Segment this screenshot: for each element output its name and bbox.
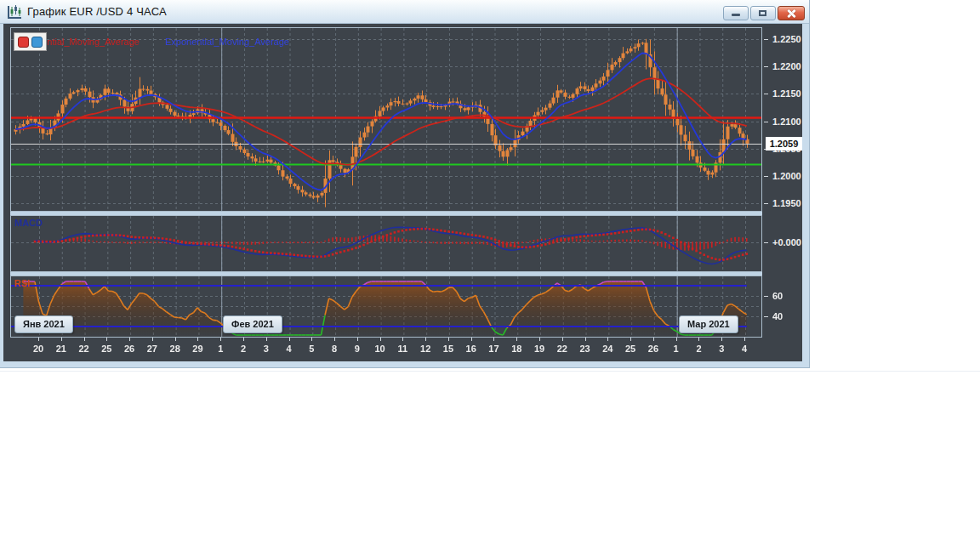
time-tick-label: 1	[218, 344, 223, 354]
indicator-chip-box	[14, 32, 47, 51]
time-tick-label: 11	[398, 344, 408, 354]
window-shadow	[0, 371, 980, 372]
time-tick-label: 12	[420, 344, 430, 354]
macd-label: MACD	[14, 218, 43, 228]
minimize-button[interactable]	[723, 6, 749, 20]
current-price-label: 1.2059	[766, 137, 802, 151]
price-tick-label: 1.1950	[772, 198, 801, 208]
price-tick-label: 1.2000	[772, 171, 801, 181]
time-tick-label: 15	[443, 344, 453, 354]
time-tick-mark	[311, 338, 312, 341]
time-tick-mark	[61, 338, 62, 341]
time-tick-mark	[516, 338, 517, 341]
chart-window: График EUR /USD 4 ЧАСА Exponential_Movin…	[0, 0, 810, 368]
price-tick-mark	[764, 122, 768, 122]
main-chart-panel: Exponential_Moving_Average Exponential_M…	[10, 27, 762, 212]
time-tick-label: 22	[78, 344, 88, 354]
price-tick-label: 1.2250	[772, 34, 801, 44]
price-tick-mark	[764, 66, 768, 67]
chart-client-area: Exponential_Moving_Average Exponential_M…	[3, 24, 802, 361]
close-button[interactable]	[778, 6, 805, 20]
month-badge: Фев 2021	[223, 315, 282, 333]
price-tick-mark	[764, 94, 768, 94]
time-tick-mark	[493, 338, 494, 341]
time-tick-label: 4	[742, 344, 747, 354]
rsi-panel: RSI Янв 2021Фев 2021Мар 2021	[10, 276, 762, 338]
time-tick-mark	[744, 338, 745, 341]
time-tick-label: 28	[170, 344, 180, 354]
price-tick-mark	[764, 39, 768, 40]
price-tick-mark	[764, 203, 768, 204]
chart-icon	[7, 4, 22, 20]
time-tick-mark	[607, 338, 608, 341]
title-bar[interactable]: График EUR /USD 4 ЧАСА	[0, 0, 809, 24]
time-tick-mark	[266, 338, 267, 341]
time-tick-mark	[402, 338, 403, 341]
ema-red-chip[interactable]	[18, 37, 29, 48]
time-tick-label: 25	[101, 344, 111, 354]
time-tick-mark	[84, 338, 85, 341]
ema-blue-chip[interactable]	[31, 37, 43, 48]
time-tick-label: 18	[511, 344, 521, 354]
time-tick-mark	[653, 338, 654, 341]
time-tick-mark	[357, 338, 358, 341]
month-badge: Мар 2021	[679, 315, 738, 333]
maximize-icon	[759, 10, 766, 16]
time-tick-mark	[698, 338, 699, 341]
time-tick-mark	[220, 338, 221, 341]
legend-ema-blue: Exponential_Moving_Average	[165, 37, 289, 47]
time-tick-label: 3	[719, 344, 724, 354]
price-tick-label: 1.2100	[772, 116, 801, 127]
time-tick-mark	[106, 338, 107, 341]
time-tick-label: 24	[602, 344, 612, 354]
time-tick-label: 29	[192, 344, 202, 354]
close-icon	[786, 9, 796, 19]
rsi-tick-label: 60	[772, 291, 783, 301]
time-tick-mark	[129, 338, 130, 341]
time-tick-mark	[562, 338, 563, 341]
time-tick-label: 27	[147, 344, 157, 354]
time-tick-label: 21	[56, 344, 66, 354]
time-tick-label: 19	[534, 344, 544, 354]
minimize-icon	[732, 14, 740, 16]
price-tick-mark	[764, 176, 768, 177]
price-axis[interactable]: 1.2059 1.22501.22001.21501.21001.20501.2…	[764, 24, 803, 342]
time-tick-label: 17	[488, 344, 499, 354]
time-tick-label: 10	[374, 344, 385, 354]
desktop: График EUR /USD 4 ЧАСА Exponential_Movin…	[0, 0, 980, 551]
macd-panel: MACD	[10, 215, 762, 272]
time-tick-mark	[152, 338, 153, 341]
time-tick-label: 2	[241, 344, 246, 354]
time-axis[interactable]: 2021222526272829123458910111215161718192…	[10, 338, 762, 359]
time-tick-mark	[630, 338, 631, 341]
month-badge: Янв 2021	[14, 315, 73, 333]
time-tick-mark	[380, 338, 381, 341]
rsi-label: RSI	[14, 278, 30, 288]
time-tick-mark	[585, 338, 586, 341]
rsi-tick-mark	[764, 296, 768, 297]
macd-tick-mark	[764, 242, 768, 243]
macd-axis-label: +0.000	[772, 237, 801, 247]
time-tick-mark	[289, 338, 290, 341]
time-tick-mark	[448, 338, 449, 341]
time-tick-mark	[334, 338, 335, 341]
main-chart-canvas[interactable]	[11, 28, 761, 211]
rsi-tick-label: 40	[772, 311, 783, 321]
time-tick-mark	[175, 338, 176, 341]
time-tick-mark	[721, 338, 722, 341]
time-tick-label: 8	[332, 344, 337, 354]
time-tick-label: 1	[674, 344, 679, 354]
maximize-button[interactable]	[750, 6, 776, 20]
time-tick-mark	[425, 338, 426, 341]
time-tick-label: 26	[124, 344, 134, 354]
time-tick-label: 2	[696, 344, 701, 354]
time-tick-label: 4	[286, 344, 291, 354]
macd-canvas[interactable]	[11, 216, 761, 271]
time-tick-mark	[243, 338, 244, 341]
price-tick-label: 1.2200	[772, 61, 801, 71]
time-tick-mark	[38, 338, 39, 341]
time-tick-label: 23	[579, 344, 590, 354]
rsi-canvas[interactable]	[11, 276, 761, 337]
time-tick-label: 9	[355, 344, 360, 354]
time-tick-mark	[539, 338, 540, 341]
